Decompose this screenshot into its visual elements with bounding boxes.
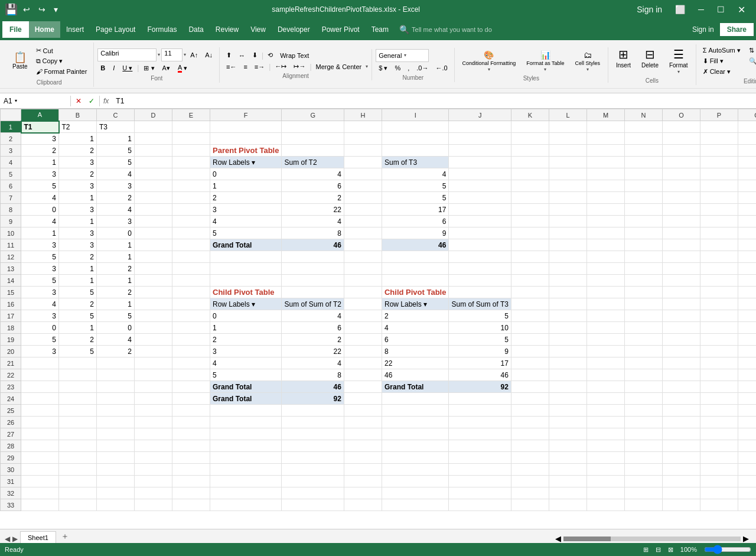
cell-L31[interactable] [549, 476, 586, 487]
cell-Q12[interactable] [738, 251, 756, 263]
cell-D26[interactable] [135, 417, 172, 428]
cell-N31[interactable] [624, 476, 662, 487]
cell-P19[interactable] [700, 334, 738, 346]
cell-O18[interactable] [662, 322, 700, 334]
cell-P32[interactable] [700, 487, 738, 499]
cell-O19[interactable] [662, 334, 700, 346]
cell-I33[interactable] [382, 499, 449, 511]
cell-F30[interactable] [210, 464, 282, 476]
cell-I22[interactable]: 46 [382, 369, 449, 381]
cell-P2[interactable] [700, 133, 738, 145]
cell-D27[interactable] [135, 428, 172, 440]
cell-O17[interactable] [662, 310, 700, 322]
cell-B7[interactable]: 1 [59, 192, 97, 204]
cell-K24[interactable] [511, 393, 549, 405]
cell-G10[interactable]: 8 [282, 227, 344, 239]
cell-G33[interactable] [282, 499, 344, 511]
menu-developer[interactable]: Developer [272, 21, 316, 38]
quick-access-more[interactable]: ▾ [51, 4, 61, 15]
cell-J19[interactable]: 5 [449, 334, 511, 346]
cell-Q27[interactable] [738, 428, 756, 440]
cell-P23[interactable] [700, 381, 738, 393]
col-header-Q[interactable]: Q [738, 109, 756, 121]
col-header-K[interactable]: K [511, 109, 549, 121]
cell-E2[interactable] [172, 133, 210, 145]
cell-C8[interactable]: 4 [97, 204, 135, 216]
add-sheet-button[interactable]: ＋ [56, 530, 74, 543]
cell-L8[interactable] [549, 204, 586, 216]
cell-I9[interactable]: 6 [382, 216, 449, 227]
cell-K22[interactable] [511, 369, 549, 381]
cell-H16[interactable] [344, 298, 382, 310]
cell-A4[interactable]: 1 [21, 157, 59, 168]
cell-Q17[interactable] [738, 310, 756, 322]
cell-J23[interactable]: 92 [449, 381, 511, 393]
cell-E24[interactable] [172, 393, 210, 405]
cell-I20[interactable]: 8 [382, 346, 449, 357]
cell-C29[interactable] [97, 452, 135, 464]
cell-B16[interactable]: 2 [59, 298, 97, 310]
cell-A12[interactable]: 5 [21, 251, 59, 263]
cell-L10[interactable] [549, 227, 586, 239]
cell-O4[interactable] [662, 157, 700, 168]
cell-M7[interactable] [586, 192, 624, 204]
cell-P3[interactable] [700, 145, 738, 157]
cell-A5[interactable]: 3 [21, 168, 59, 180]
cell-P25[interactable] [700, 405, 738, 417]
cell-J15[interactable] [449, 287, 511, 298]
cell-K10[interactable] [511, 227, 549, 239]
cell-B4[interactable]: 3 [59, 157, 97, 168]
cell-Q8[interactable] [738, 204, 756, 216]
cell-P21[interactable] [700, 357, 738, 369]
cell-Q21[interactable] [738, 357, 756, 369]
cell-I26[interactable] [382, 417, 449, 428]
cell-J20[interactable]: 9 [449, 346, 511, 357]
col-header-D[interactable]: D [135, 109, 172, 121]
formula-input[interactable]: T1 [112, 96, 756, 106]
autosum-button[interactable]: Σ AutoSum ▾ [700, 45, 744, 56]
cell-J2[interactable] [449, 133, 511, 145]
ribbon-toggle-button[interactable]: ⬜ [669, 2, 691, 18]
cell-A11[interactable]: 3 [21, 239, 59, 251]
cell-A26[interactable] [21, 417, 59, 428]
cell-K9[interactable] [511, 216, 549, 227]
cell-K15[interactable] [511, 287, 549, 298]
font-name-dropdown[interactable]: ▾ [158, 52, 160, 57]
cell-A7[interactable]: 4 [21, 192, 59, 204]
cell-B27[interactable] [59, 428, 97, 440]
maximize-button[interactable]: ☐ [711, 2, 731, 18]
name-box-dropdown[interactable]: ▾ [15, 98, 17, 103]
comma-button[interactable]: , [405, 63, 412, 73]
cell-Q7[interactable] [738, 192, 756, 204]
cell-P16[interactable] [700, 298, 738, 310]
cell-B6[interactable]: 3 [59, 180, 97, 192]
row-header-29[interactable]: 29 [1, 452, 21, 464]
cell-M6[interactable] [586, 180, 624, 192]
cell-G2[interactable] [282, 133, 344, 145]
cell-L16[interactable] [549, 298, 586, 310]
align-left-button[interactable]: ≡← [223, 62, 239, 71]
menu-power-pivot[interactable]: Power Pivot [316, 21, 366, 38]
menu-review[interactable]: Review [210, 21, 245, 38]
cell-E8[interactable] [172, 204, 210, 216]
cell-D6[interactable] [135, 180, 172, 192]
cell-E23[interactable] [172, 381, 210, 393]
cell-M15[interactable] [586, 287, 624, 298]
cell-A30[interactable] [21, 464, 59, 476]
cell-H28[interactable] [344, 440, 382, 452]
cell-H9[interactable] [344, 216, 382, 227]
cell-I1[interactable] [382, 121, 449, 133]
cell-N11[interactable] [624, 239, 662, 251]
cell-L23[interactable] [549, 381, 586, 393]
cell-F27[interactable] [210, 428, 282, 440]
cell-E15[interactable] [172, 287, 210, 298]
col-header-B[interactable]: B [59, 109, 97, 121]
scroll-right-button[interactable]: ▶ [743, 534, 749, 543]
cell-N8[interactable] [624, 204, 662, 216]
cell-O21[interactable] [662, 357, 700, 369]
cell-M3[interactable] [586, 145, 624, 157]
cell-A27[interactable] [21, 428, 59, 440]
cell-H2[interactable] [344, 133, 382, 145]
col-header-O[interactable]: O [662, 109, 700, 121]
cell-D13[interactable] [135, 263, 172, 275]
